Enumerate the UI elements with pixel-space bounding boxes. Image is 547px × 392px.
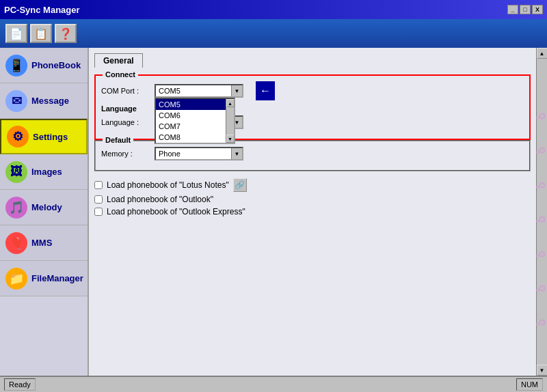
- dropdown-item-com8[interactable]: COM8: [156, 132, 226, 143]
- checkbox-outlook-row: Load phonebook of "Outlook": [94, 195, 531, 204]
- com-port-display[interactable]: COM5 ▼: [155, 84, 243, 98]
- arrow-icon: ←: [260, 85, 271, 97]
- content-area: General Connect COM Port : COM5 ▼: [89, 48, 536, 376]
- sidebar-label-phonebook: PhoneBook: [31, 60, 81, 70]
- checkbox-outlookexpress-row: Load phonebook of "Outlook Express": [94, 207, 531, 216]
- melody-icon: 🎵: [5, 197, 27, 219]
- status-bar: Ready NUM: [0, 376, 547, 392]
- com-port-dropdown: COM5 COM6 COM7 COM8 ▲ ▼: [155, 98, 235, 144]
- toolbar-btn-help[interactable]: ❓: [55, 24, 77, 43]
- scroll-down-btn[interactable]: ▼: [226, 135, 235, 143]
- memory-label: Memory :: [101, 150, 149, 158]
- checkbox-lotus-label: Load phonebook of "Lotus Notes": [107, 180, 229, 190]
- minimize-button[interactable]: _: [507, 5, 518, 14]
- checkbox-outlook[interactable]: [94, 195, 103, 204]
- status-num: NUM: [516, 378, 543, 391]
- images-icon: 🖼: [5, 161, 27, 183]
- close-button[interactable]: X: [532, 5, 543, 14]
- status-ready-text: Ready: [9, 380, 31, 389]
- status-ready: Ready: [4, 378, 36, 391]
- connect-arrow-button[interactable]: ←: [256, 81, 275, 100]
- lotus-icon-btn[interactable]: 🔗: [233, 178, 247, 192]
- dropdown-item-com7[interactable]: COM7: [156, 121, 226, 132]
- com-port-wrapper: COM5 ▼ COM5 COM6 COM7 COM8: [155, 84, 243, 98]
- filemanager-icon: 📁: [5, 268, 27, 290]
- sidebar-label-mms: MMS: [31, 238, 52, 248]
- default-label: Default: [103, 136, 133, 144]
- checkbox-outlook-label: Load phonebook of "Outlook": [107, 195, 213, 204]
- language-section-label: Language: [101, 104, 137, 113]
- checkbox-outlookexpress-label: Load phonebook of "Outlook Express": [107, 207, 245, 216]
- sidebar-item-images[interactable]: 🖼 Images: [0, 154, 88, 190]
- sidebar-label-images: Images: [31, 167, 62, 177]
- checkboxes-area: Load phonebook of "Lotus Notes" 🔗 Load p…: [94, 178, 531, 216]
- tab-bar: General: [94, 53, 531, 68]
- toolbar-btn-1[interactable]: 📄: [5, 24, 27, 43]
- scroll-down-button[interactable]: ▼: [537, 365, 548, 376]
- dropdown-item-com6[interactable]: COM6: [156, 110, 226, 121]
- sidebar-label-filemanager: FileManager: [31, 273, 83, 283]
- window-controls: _ □ X: [507, 5, 543, 14]
- sidebar-label-settings: Settings: [33, 132, 68, 142]
- memory-row: Memory : Phone ▼: [101, 147, 524, 160]
- memory-value: Phone: [159, 150, 181, 158]
- com-port-value: COM5: [159, 87, 181, 95]
- sidebar-label-message: Message: [31, 96, 69, 106]
- memory-display[interactable]: Phone ▼: [155, 147, 243, 160]
- connect-label: Connect: [103, 70, 138, 79]
- default-section: Default Memory : Phone ▼: [94, 140, 531, 171]
- sidebar-item-melody[interactable]: 🎵 Melody: [0, 190, 88, 225]
- sidebar: 📱 PhoneBook ✉ Message ⚙ Settings 🖼 Image…: [0, 48, 89, 376]
- restore-button[interactable]: □: [520, 5, 531, 14]
- status-num-text: NUM: [521, 380, 538, 389]
- mms-icon: 🎈: [5, 232, 27, 254]
- phonebook-icon: 📱: [5, 55, 27, 76]
- scroll-up-btn[interactable]: ▲: [226, 99, 235, 107]
- dropdown-item-com5[interactable]: COM5: [156, 99, 226, 110]
- main-area: ملاك الانتشـقـام ملاك الانتشـقـام ملاك ا…: [0, 48, 547, 376]
- scroll-up-button[interactable]: ▲: [537, 48, 548, 59]
- sidebar-item-filemanager[interactable]: 📁 FileManager: [0, 261, 88, 296]
- language-label: Language :: [101, 118, 149, 126]
- title-bar: PC-Sync Manager _ □ X: [0, 0, 547, 19]
- sidebar-item-phonebook[interactable]: 📱 PhoneBook: [0, 48, 88, 83]
- sidebar-item-mms[interactable]: 🎈 MMS: [0, 225, 88, 261]
- connect-section: Connect COM Port : COM5 ▼ COM5: [94, 74, 531, 140]
- com-port-row: COM Port : COM5 ▼ COM5 COM6 COM7: [101, 81, 524, 100]
- sidebar-item-message[interactable]: ✉ Message: [0, 83, 88, 119]
- dropdown-scrollbar: ▲ ▼: [226, 99, 234, 143]
- app-title: PC-Sync Manager: [4, 5, 80, 15]
- right-scrollbar: ▲ ▼: [536, 48, 547, 376]
- sidebar-label-melody: Melody: [31, 202, 62, 212]
- toolbar-btn-2[interactable]: 📋: [30, 24, 52, 43]
- memory-dropdown-arrow[interactable]: ▼: [231, 148, 242, 159]
- sidebar-item-settings[interactable]: ⚙ Settings: [0, 119, 88, 154]
- toolbar: 📄 📋 ❓: [0, 19, 547, 48]
- checkbox-lotus-row: Load phonebook of "Lotus Notes" 🔗: [94, 178, 531, 192]
- settings-icon: ⚙: [7, 126, 29, 148]
- tab-general[interactable]: General: [94, 53, 143, 68]
- checkbox-outlookexpress[interactable]: [94, 208, 103, 216]
- com-port-label: COM Port :: [101, 87, 149, 95]
- com-port-dropdown-arrow[interactable]: ▼: [231, 85, 242, 96]
- message-icon: ✉: [5, 90, 27, 112]
- checkbox-lotus[interactable]: [94, 181, 103, 189]
